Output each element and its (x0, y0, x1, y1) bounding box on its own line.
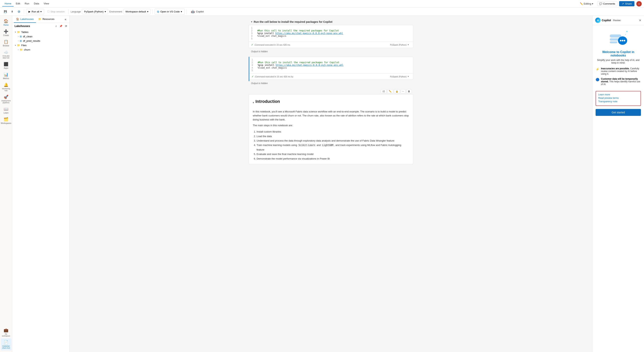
top-bar: Home Edit Run Data View ✏️ Editing ▾ 💬 C… (0, 0, 644, 8)
copilot-title: ✦ Copilot Preview (595, 18, 622, 23)
resources-tab-icon: 📁 (38, 18, 41, 21)
line-num-2-3: 3 (252, 64, 256, 67)
line-num-2-4: 4 (252, 67, 256, 69)
settings-button[interactable]: ⚙️ (16, 9, 22, 14)
language-label: Language (70, 10, 81, 13)
cell-header-1[interactable]: ▾ Run the cell below to install the requ… (249, 19, 413, 25)
notebook-area: ▾ Run the cell below to install the requ… (70, 16, 592, 352)
cell-status-text-2: -Command executed in 15 sec 426 ms by (254, 76, 293, 78)
share-button[interactable]: ↗ Share (619, 1, 634, 6)
nav-data[interactable]: Data (32, 1, 41, 7)
cell-status-2: ✓ -Command executed in 15 sec 426 ms by (252, 75, 293, 78)
chevron-down-icon: ▾ (592, 2, 593, 5)
status-check-icon-1: ✓ (251, 43, 253, 46)
run-all-button[interactable]: ▶ Run all ▾ (26, 9, 44, 14)
tree-tables-group[interactable]: ▾ 📁 Tables (14, 30, 68, 34)
intro-title: Introduction (256, 99, 280, 104)
copilot-illustration (609, 30, 628, 47)
sidebar-label-browse: Browse (3, 45, 9, 47)
nav-home[interactable]: Home (2, 1, 14, 7)
collapse-panel-button[interactable]: « (63, 17, 68, 22)
stop-session-button[interactable]: ☐ Stop session (45, 9, 66, 14)
sidebar-item-browse[interactable]: 📋 Browse (1, 38, 12, 48)
line-num-1-4: 4 (251, 35, 255, 37)
nav-run[interactable]: Run (22, 1, 32, 7)
sidebar-item-apps[interactable]: ⬛ Apps (1, 60, 12, 71)
copilot-panel: ✦ Copilot Preview ✕ (592, 16, 644, 352)
nav-view[interactable]: View (41, 1, 51, 7)
file-panel-tabs: 🏠 Lakehouses 📁 Resources « (12, 16, 70, 23)
get-started-button[interactable]: Get started (596, 109, 641, 116)
file-panel-actions: r 📌 ⟳ (56, 25, 67, 28)
copilot-links-box: Learn more Read preview terms Transparen… (596, 91, 641, 106)
sidebar-item-customer[interactable]: 📄 Customer churn-513 (1, 338, 12, 350)
autosave-button[interactable]: 💾 (2, 9, 8, 14)
intro-header[interactable]: ▾ Introduction (253, 98, 409, 108)
copilot-welcome-title: Welcome to Copilot in notebooks (596, 50, 641, 57)
cell-expand-icon-1: ▾ (251, 21, 252, 23)
learn-icon: 📖 (4, 107, 8, 111)
editing-button[interactable]: ✏️ Editing ▾ (578, 2, 596, 6)
more-action-button[interactable]: ··· (401, 89, 406, 94)
share-label: Share (625, 2, 632, 5)
sidebar-item-onelake[interactable]: ☁️ OneLake data hub (1, 48, 12, 60)
table-icon: ⊞ (20, 35, 22, 38)
customer-icon: 📄 (4, 340, 8, 344)
sidebar-item-deployment[interactable]: 🚀 Deployment pipelines (1, 93, 12, 105)
search-filter-input[interactable]: r (56, 25, 57, 28)
sidebar-label-workspaces: Workspaces (1, 122, 11, 124)
open-vscode-button[interactable]: ⧉ Open in VS Code ▾ (154, 9, 185, 15)
chevron-down-icon: ▾ (181, 10, 182, 13)
sidebar-item-create[interactable]: ➕ Create (1, 28, 12, 38)
edit-action-button[interactable]: ✏️ (387, 89, 393, 94)
svg-marker-7 (626, 31, 628, 32)
intro-text-1: In this notebook, you'll see a Microsoft… (253, 110, 409, 122)
lock-action-button[interactable]: 🔒 (394, 89, 400, 94)
pin-icon[interactable]: 📌 (59, 25, 62, 28)
svg-rect-1 (610, 38, 619, 41)
intro-text-2: The main steps in this notebook are: (253, 124, 409, 128)
line-num-2-1: 1 (252, 58, 256, 61)
avatar[interactable]: U (636, 1, 642, 7)
browse-icon: 📋 (4, 40, 8, 44)
play-icon: ▶ (28, 10, 30, 13)
sidebar-item-learn[interactable]: 📖 Learn (1, 105, 12, 116)
df-pred-results-label: df_pred_results (23, 40, 40, 42)
toolbar-separator-4 (186, 10, 187, 14)
sidebar-item-myworkspace[interactable]: 💼 My workspace (1, 326, 12, 338)
refresh-icon[interactable]: ⟳ (65, 25, 67, 28)
nav-menu: Home Edit Run Data View (2, 1, 51, 7)
delete-action-button[interactable]: 🗑 (406, 89, 412, 94)
sidebar-item-home[interactable]: 🏠 Home (1, 17, 12, 28)
copilot-toolbar-button[interactable]: 🤖 Copilot (189, 9, 206, 14)
tree-churn[interactable]: › 📁 churn (17, 48, 68, 52)
environment-selector[interactable]: Workspace default ▾ (124, 9, 150, 14)
tree-df-clean[interactable]: › ⊞ df_clean (17, 34, 68, 39)
pencil-icon: ✏️ (580, 2, 583, 5)
nav-edit[interactable]: Edit (14, 1, 22, 7)
file-tab-lakehouses[interactable]: 🏠 Lakehouses (14, 16, 36, 23)
download-button[interactable]: ⬇ (10, 9, 15, 14)
sidebar-item-metrics[interactable]: 📊 Metrics (1, 71, 12, 81)
cell-lang-selector-1[interactable]: PySpark (Python) ▾ (388, 43, 411, 47)
code-action-button[interactable]: ⟨/⟩ (381, 89, 386, 94)
language-selector[interactable]: PySpark (Python) ▾ (82, 9, 108, 14)
learn-more-link[interactable]: Learn more (598, 93, 638, 96)
status-check-icon-2: ✓ (252, 75, 254, 78)
comments-button[interactable]: 💬 Comments (597, 1, 617, 6)
tree-files-group[interactable]: ▾ 📁 Files (14, 43, 68, 48)
preview-terms-link[interactable]: Read preview terms (598, 97, 638, 99)
transparency-note-link[interactable]: Transparency note (598, 100, 638, 103)
tree-df-pred-results[interactable]: › ⊞ df_pred_results (17, 39, 68, 43)
copilot-close-button[interactable]: ✕ (639, 19, 641, 22)
chevron-right-icon: › (18, 49, 18, 51)
copilot-icon: 🤖 (191, 10, 195, 14)
editing-label: Editing (584, 2, 592, 5)
code-line-1-3: %pip install https://aka.ms/chat-magics-… (257, 32, 411, 35)
sidebar-label-home: Home (4, 24, 8, 26)
step-1: Install custom libraries (256, 129, 409, 134)
file-tab-resources[interactable]: 📁 Resources (36, 16, 57, 23)
sidebar-item-workspaces[interactable]: 🗂️ Workspaces (1, 116, 12, 126)
cell-lang-selector-2[interactable]: PySpark (Python) ▾ (388, 74, 411, 79)
sidebar-item-monitoring[interactable]: 🔔 Monitoring hub (1, 81, 12, 93)
